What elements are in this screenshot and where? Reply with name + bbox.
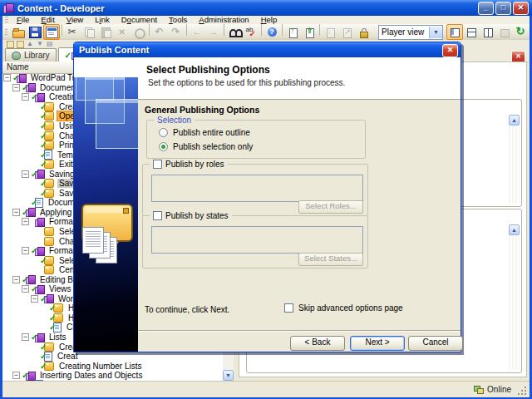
checkmark-icon: ✓: [49, 323, 56, 332]
menu-tools[interactable]: Tools: [163, 16, 193, 24]
scroll-up-icon[interactable]: ▲: [509, 224, 520, 235]
tree-item-label: Creat: [56, 352, 79, 361]
dual-pane-view-button[interactable]: [480, 24, 496, 40]
scroll-down-icon[interactable]: ▼: [223, 370, 234, 381]
export-button[interactable]: [338, 24, 355, 40]
close-button[interactable]: ✕: [513, 2, 529, 15]
select-roles-button[interactable]: Select Roles...: [298, 200, 363, 214]
tree-indent: [31, 112, 38, 120]
paste-button[interactable]: [97, 24, 114, 40]
expand-toggle-icon[interactable]: −: [22, 218, 29, 225]
resize-grip[interactable]: [519, 387, 526, 395]
select-states-button[interactable]: Select States...: [298, 253, 363, 266]
menu-file[interactable]: File: [11, 16, 35, 24]
checkmark-icon: ✓: [49, 313, 56, 323]
next-button[interactable]: Next >: [350, 336, 405, 351]
remove-item-icon[interactable]: [17, 41, 24, 48]
skip-advanced-options-row[interactable]: Skip advanced options page: [284, 303, 403, 313]
delete-button[interactable]: [114, 24, 131, 40]
roles-listbox[interactable]: [151, 175, 363, 202]
online-icon: [474, 386, 484, 393]
radio-publish-entire-outline[interactable]: Publish entire outline: [159, 128, 250, 137]
editor-scrollbar[interactable]: ▲: [509, 224, 520, 370]
publish-by-states-checkbox[interactable]: [153, 211, 162, 220]
window-titlebar[interactable]: Content - Developer _ □ ✕: [0, 0, 532, 16]
states-listbox[interactable]: [151, 226, 363, 254]
expand-toggle-icon[interactable]: −: [31, 295, 38, 303]
expand-toggle-icon[interactable]: −: [12, 276, 20, 283]
spellcheck-button[interactable]: [243, 24, 259, 40]
expand-toggle-icon[interactable]: −: [22, 93, 29, 101]
minimize-button[interactable]: _: [478, 2, 494, 15]
publish-all-button[interactable]: [301, 24, 318, 40]
back-button[interactable]: < Back: [290, 336, 345, 351]
menu-help[interactable]: Help: [255, 16, 283, 24]
dialog-titlebar[interactable]: Publish Content: [74, 42, 461, 57]
expand-toggle-icon[interactable]: −: [22, 247, 29, 254]
bulb-icon: [44, 237, 54, 246]
forward-button[interactable]: [205, 24, 222, 40]
open-button[interactable]: [10, 24, 27, 40]
move-down-icon[interactable]: ▼: [37, 41, 44, 47]
scroll-up-icon[interactable]: ▲: [509, 115, 520, 126]
split-pane-view-button[interactable]: [463, 24, 480, 40]
cancel-button[interactable]: Cancel: [408, 336, 463, 351]
lock-button[interactable]: [355, 24, 372, 40]
selection-group: Selection Publish entire outline Publish…: [146, 120, 366, 159]
tree-indent: [31, 132, 38, 140]
expand-toggle-icon[interactable]: −: [12, 84, 20, 91]
find-button[interactable]: [226, 24, 243, 40]
properties-icon: [134, 27, 145, 37]
checkmark-icon: ✓: [40, 342, 47, 352]
expand-toggle-icon[interactable]: −: [22, 285, 29, 293]
pane-properties-icon: [500, 27, 510, 37]
undo-button[interactable]: [151, 24, 168, 40]
radio-selected-icon[interactable]: [159, 142, 168, 151]
checkmark-icon: ✓: [31, 246, 37, 255]
menu-edit[interactable]: Edit: [35, 16, 60, 24]
menu-view[interactable]: View: [61, 16, 89, 24]
delete-icon: [117, 27, 128, 37]
redo-button[interactable]: [168, 24, 185, 40]
properties-button[interactable]: [131, 24, 147, 40]
checkbox-label: Skip advanced options page: [298, 303, 403, 313]
menu-administration[interactable]: Administration: [193, 16, 254, 24]
expand-toggle-icon[interactable]: −: [3, 74, 11, 81]
radio-icon[interactable]: [159, 128, 168, 137]
expand-toggle-icon[interactable]: −: [22, 333, 29, 341]
skip-advanced-checkbox[interactable]: [284, 303, 293, 313]
view-selector-combobox[interactable]: Player view ▼: [378, 25, 443, 40]
split-pane-view-icon: [466, 27, 477, 37]
back-button[interactable]: [189, 24, 205, 40]
paste-icon: [101, 27, 111, 37]
publish-page-button[interactable]: [284, 24, 301, 40]
editor-scrollbar[interactable]: ▲: [509, 115, 520, 204]
tab-library[interactable]: Library: [5, 48, 57, 62]
pane-properties-button[interactable]: [496, 24, 513, 40]
move-up-icon[interactable]: ▲: [27, 41, 34, 47]
import-button[interactable]: [322, 24, 338, 40]
dialog-close-icon[interactable]: ✕: [442, 44, 458, 57]
tree-item[interactable]: ✓Creating Number Lists: [2, 361, 222, 371]
add-item-icon[interactable]: [7, 41, 14, 48]
tree-item[interactable]: −✓Inserting Dates and Objects: [2, 371, 222, 381]
chevron-down-icon[interactable]: ▼: [429, 27, 442, 38]
maximize-button[interactable]: □: [495, 2, 511, 15]
menu-document[interactable]: Document: [116, 16, 163, 24]
preview-button[interactable]: [43, 24, 60, 40]
expand-toggle-icon[interactable]: −: [22, 170, 29, 178]
single-pane-view-button[interactable]: [446, 24, 463, 40]
expand-toggle-icon[interactable]: −: [12, 372, 20, 379]
publish-by-roles-checkbox[interactable]: [153, 160, 162, 169]
refresh-button[interactable]: [513, 24, 530, 40]
copy-button[interactable]: [81, 24, 97, 40]
menu-link[interactable]: Link: [89, 16, 115, 24]
expand-all-icon[interactable]: ▤: [47, 41, 54, 47]
radio-publish-selection-only[interactable]: Publish selection only: [159, 142, 253, 151]
toolbar-separator: [319, 24, 320, 36]
expand-toggle-icon[interactable]: −: [12, 209, 20, 216]
save-button[interactable]: [27, 24, 43, 40]
help-button[interactable]: [264, 24, 280, 40]
tree-item[interactable]: ✓Creat: [2, 352, 222, 362]
cut-button[interactable]: [64, 24, 81, 40]
